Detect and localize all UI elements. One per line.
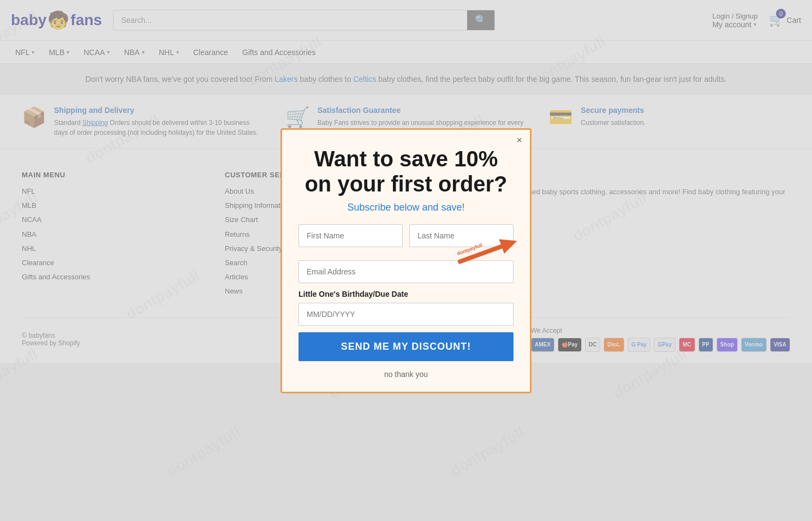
arrow-decoration: dontpayfull xyxy=(451,235,522,270)
modal-form: dontpayfull Little One's Birthday/Due Da… xyxy=(298,224,514,363)
svg-marker-1 xyxy=(499,235,520,254)
discount-modal: × Want to save 10% on your first order? … xyxy=(280,128,532,363)
modal-headline: Want to save 10% on your first order? xyxy=(298,146,514,196)
modal-close-button[interactable]: × xyxy=(516,135,522,145)
modal-subline: Subscribe below and save! xyxy=(298,202,514,213)
birthday-label: Little One's Birthday/Due Date xyxy=(298,290,514,298)
first-name-input[interactable] xyxy=(298,224,403,247)
birthday-input[interactable] xyxy=(298,303,514,326)
submit-button[interactable]: SEND ME MY DISCOUNT! xyxy=(298,332,514,361)
